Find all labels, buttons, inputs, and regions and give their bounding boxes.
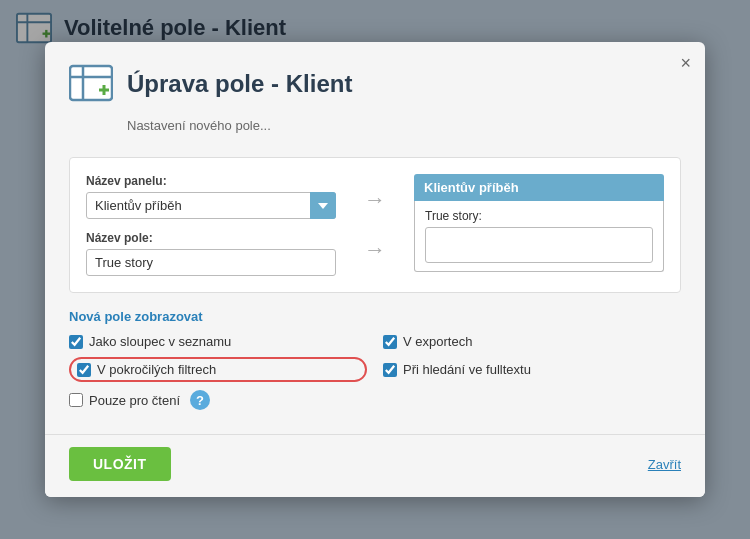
checkbox-v-pokrocilych[interactable] xyxy=(77,363,91,377)
modal-footer: ULOŽIT Zavřít xyxy=(45,434,705,497)
modal-dialog: × Úprava pole - Klient Nastavení nového … xyxy=(45,42,705,497)
panel-select[interactable]: Klientův příběh xyxy=(86,192,336,219)
checkbox-row-3: V pokročilých filtrech xyxy=(69,357,367,382)
field-name-input[interactable] xyxy=(86,249,336,276)
preview-panel-header: Klientův příběh xyxy=(414,174,664,201)
modal-overlay: × Úprava pole - Klient Nastavení nového … xyxy=(0,0,750,539)
panel-label: Název panelu: xyxy=(86,174,336,188)
checkbox-pouze-pro-cteni[interactable] xyxy=(69,393,83,407)
checkbox-row-4: Při hledání ve fulltextu xyxy=(383,357,681,382)
modal-header-icon xyxy=(69,62,113,106)
checkbox-row-5: Pouze pro čtení ? xyxy=(69,390,367,410)
checkbox-jako-sloupec[interactable] xyxy=(69,335,83,349)
help-icon[interactable]: ? xyxy=(190,390,210,410)
outer-window: Volitelné pole - Klient × Úprava pole - … xyxy=(0,0,750,539)
modal-header: Úprava pole - Klient xyxy=(45,42,705,116)
arrow-bottom-icon: → xyxy=(364,239,386,261)
checkbox-row-2: V exportech xyxy=(383,334,681,349)
arrow-area: → → xyxy=(356,174,394,276)
panel-select-wrapper: Klientův příběh xyxy=(86,192,336,219)
checkboxes-title: Nová pole zobrazovat xyxy=(69,309,681,324)
checkbox-fulltextu-label: Při hledání ve fulltextu xyxy=(403,362,531,377)
form-area: Název panelu: Klientův příběh Název pole… xyxy=(69,157,681,293)
form-right: Klientův příběh True story: xyxy=(414,174,664,276)
field-name-label: Název pole: xyxy=(86,231,336,245)
modal-body: Název panelu: Klientův příběh Název pole… xyxy=(45,145,705,434)
modal-subtitle: Nastavení nového pole... xyxy=(45,116,705,145)
save-button[interactable]: ULOŽIT xyxy=(69,447,171,481)
preview-input-box xyxy=(425,227,653,263)
preview-panel-body: True story: xyxy=(414,201,664,272)
checkbox-pouze-pro-cteni-label: Pouze pro čtení xyxy=(89,393,180,408)
close-button[interactable]: × xyxy=(680,54,691,72)
form-left: Název panelu: Klientův příběh Název pole… xyxy=(86,174,336,276)
arrow-top-icon: → xyxy=(364,189,386,211)
svg-rect-5 xyxy=(70,66,112,100)
checkbox-v-pokrocilych-label: V pokročilých filtrech xyxy=(97,362,216,377)
checkboxes-grid: Jako sloupec v seznamu V exportech V pok… xyxy=(69,334,681,410)
checkboxes-section: Nová pole zobrazovat Jako sloupec v sezn… xyxy=(69,309,681,418)
checkbox-v-exportech[interactable] xyxy=(383,335,397,349)
preview-field-label: True story: xyxy=(425,209,653,223)
checkbox-jako-sloupec-label: Jako sloupec v seznamu xyxy=(89,334,231,349)
checkbox-fulltextu[interactable] xyxy=(383,363,397,377)
checkbox-v-exportech-label: V exportech xyxy=(403,334,472,349)
modal-title: Úprava pole - Klient xyxy=(127,70,352,98)
checkbox-row-1: Jako sloupec v seznamu xyxy=(69,334,367,349)
cancel-button[interactable]: Zavřít xyxy=(648,457,681,472)
